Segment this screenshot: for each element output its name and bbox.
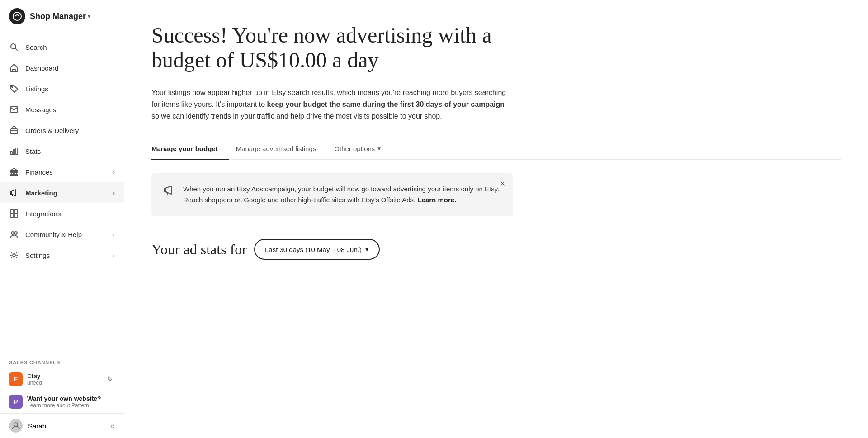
etsy-channel-info: Etsy uifeed — [27, 372, 105, 386]
search-icon — [9, 42, 19, 52]
etsy-badge: E — [9, 372, 23, 386]
gear-icon — [9, 250, 19, 260]
other-options-arrow: ▾ — [377, 144, 381, 152]
svg-rect-13 — [10, 210, 14, 213]
main-content: Success! You're now advertising with a b… — [124, 0, 868, 438]
finances-chevron: › — [113, 169, 115, 176]
sales-channels-label: SALES CHANNELS — [0, 352, 124, 368]
collapse-button[interactable]: « — [110, 421, 115, 431]
sidebar-item-search[interactable]: Search — [0, 37, 124, 57]
stats-period-text: Last 30 days (10 May. - 08 Jun.) — [265, 246, 362, 253]
sidebar-item-finances[interactable]: Finances › — [0, 162, 124, 182]
people-icon — [9, 229, 19, 239]
channel-item-pattern[interactable]: P Want your own website? Learn more abou… — [0, 390, 124, 413]
sidebar-item-orders-label: Orders & Delivery — [25, 127, 115, 134]
community-chevron: › — [113, 231, 115, 238]
learn-more-link[interactable]: Learn more. — [417, 196, 456, 204]
box-icon — [9, 125, 19, 135]
sidebar-item-listings-label: Listings — [25, 85, 115, 93]
grid-icon — [9, 209, 19, 219]
sidebar-title: Shop Manager — [30, 12, 86, 21]
tab-manage-budget[interactable]: Manage your budget — [151, 140, 229, 160]
channel-item-etsy[interactable]: E Etsy uifeed ✎ — [0, 368, 124, 390]
etsy-channel-name: Etsy — [27, 372, 105, 380]
sidebar-item-listings[interactable]: Listings — [0, 78, 124, 99]
svg-point-19 — [13, 254, 15, 257]
shop-manager-header[interactable]: Shop Manager ▾ — [0, 0, 124, 33]
page-description: Your listings now appear higher up in Et… — [151, 87, 509, 122]
sidebar-item-dashboard-label: Dashboard — [25, 64, 115, 72]
svg-point-18 — [14, 232, 17, 234]
stats-label: Your ad stats for — [151, 241, 247, 258]
page-title: Success! You're now advertising with a b… — [151, 23, 495, 72]
sidebar-item-stats[interactable]: Stats — [0, 141, 124, 162]
megaphone-icon — [9, 188, 19, 198]
sidebar-item-marketing-label: Marketing — [25, 189, 113, 197]
sidebar-item-search-label: Search — [25, 43, 115, 51]
sidebar-item-integrations[interactable]: Integrations — [0, 203, 124, 224]
svg-rect-3 — [13, 69, 15, 72]
sidebar-item-integrations-label: Integrations — [25, 210, 115, 218]
svg-point-20 — [14, 423, 18, 426]
marketing-chevron: › — [113, 190, 115, 196]
mail-icon — [9, 105, 19, 114]
sidebar-item-orders[interactable]: Orders & Delivery — [0, 120, 124, 141]
etsy-channel-edit[interactable]: ✎ — [105, 373, 115, 386]
sidebar-item-marketing[interactable]: Marketing › — [0, 182, 124, 203]
stats-period-button[interactable]: Last 30 days (10 May. - 08 Jun.) ▾ — [254, 239, 380, 260]
svg-point-4 — [12, 86, 13, 87]
sidebar-item-dashboard[interactable]: Dashboard — [0, 57, 124, 78]
svg-point-17 — [11, 232, 14, 234]
sidebar-item-settings[interactable]: Settings › — [0, 245, 124, 266]
settings-chevron: › — [113, 252, 115, 259]
sidebar: Shop Manager ▾ Search Dashboard — [0, 0, 124, 438]
pattern-channel-name: Want your own website? — [27, 395, 115, 402]
shop-logo — [9, 8, 25, 24]
etsy-channel-sub: uifeed — [27, 380, 105, 386]
description-bold: keep your budget the same during the fir… — [267, 100, 505, 108]
svg-rect-16 — [14, 214, 18, 217]
tab-other-options[interactable]: Other options ▾ — [334, 140, 392, 160]
banner-close-button[interactable]: × — [500, 179, 505, 189]
sidebar-title-arrow: ▾ — [88, 13, 90, 19]
stats-period-arrow: ▾ — [365, 245, 369, 253]
pattern-channel-info: Want your own website? Learn more about … — [27, 395, 115, 409]
stats-section: Your ad stats for Last 30 days (10 May. … — [151, 239, 841, 260]
user-name: Sarah — [28, 422, 110, 430]
info-banner: When you run an Etsy Ads campaign, your … — [151, 173, 513, 216]
sidebar-footer[interactable]: Sarah « — [0, 413, 124, 438]
pattern-channel-sub: Learn more about Pattern — [27, 402, 115, 409]
sidebar-item-finances-label: Finances — [25, 168, 113, 176]
megaphone-banner-icon — [164, 185, 175, 195]
svg-line-2 — [15, 48, 18, 51]
sidebar-nav: Search Dashboard Listings — [0, 33, 124, 352]
svg-rect-15 — [10, 214, 14, 217]
sidebar-item-messages[interactable]: Messages — [0, 99, 124, 120]
user-avatar — [9, 419, 23, 433]
sidebar-item-community-label: Community & Help — [25, 231, 113, 238]
tag-icon — [9, 84, 19, 94]
bank-icon — [9, 167, 19, 177]
svg-point-0 — [13, 12, 21, 20]
pattern-badge: P — [9, 395, 23, 409]
sidebar-item-settings-label: Settings — [25, 252, 113, 259]
info-banner-text: When you run an Etsy Ads campaign, your … — [183, 184, 500, 205]
svg-rect-8 — [10, 152, 12, 155]
svg-rect-9 — [13, 150, 15, 155]
svg-rect-14 — [14, 210, 18, 213]
description-text-2: so we can identify trends in your traffi… — [151, 112, 442, 120]
sidebar-item-stats-label: Stats — [25, 148, 115, 155]
home-icon — [9, 63, 19, 73]
tab-manage-listings[interactable]: Manage advertised listings — [236, 140, 327, 160]
bar-chart-icon — [9, 146, 19, 156]
sidebar-item-messages-label: Messages — [25, 106, 115, 114]
sidebar-item-community[interactable]: Community & Help › — [0, 224, 124, 245]
tabs-bar: Manage your budget Manage advertised lis… — [151, 140, 841, 160]
svg-rect-10 — [16, 148, 18, 155]
svg-rect-6 — [11, 129, 17, 134]
